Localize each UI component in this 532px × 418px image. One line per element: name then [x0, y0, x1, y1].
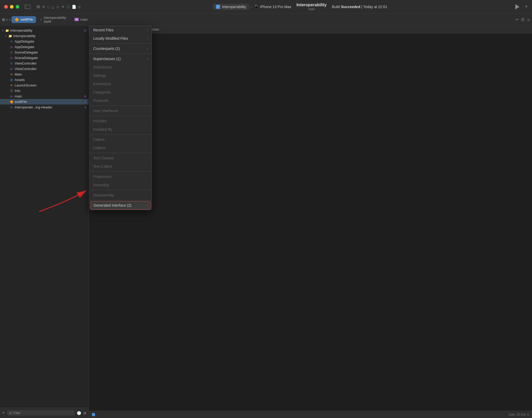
toolbar: ⊞ ‹ › 🔶 swiftFile h Interoperability-Swi…	[0, 14, 532, 26]
menu-item-protocols: Protocols	[90, 96, 152, 105]
tree-item-appdelegate-m[interactable]: m AppDelegate	[0, 44, 88, 50]
tree-root-interoperability[interactable]: ▾ 📁 Interoperability M	[0, 28, 88, 33]
menu-item-callees: Callees	[90, 144, 152, 152]
h-file-icon-2: h	[9, 51, 14, 54]
filter-area[interactable]: ⊟ Filter	[7, 410, 75, 416]
m-file-icon-3: m	[9, 67, 14, 71]
tree-item-scenedelegate-m[interactable]: m SceneDelegate	[0, 55, 88, 61]
menu-item-subclasses: Subclasses	[90, 63, 152, 71]
code-editor[interactable]: ift ility le: NSObject { func hello() { …	[89, 33, 532, 411]
superclasses-label: Superclasses (1)	[93, 57, 121, 61]
tree-item-scenedelegate-h[interactable]: h SceneDelegate	[0, 50, 88, 55]
tree-item-launchscreen[interactable]: ✕ LaunchScreen	[0, 83, 88, 88]
tree-item-viewcontroller-m[interactable]: m ViewController	[0, 66, 88, 72]
plist-icon: ☰	[9, 89, 14, 93]
tree-item-info[interactable]: ☰ Info	[0, 88, 88, 94]
toolbar-icon-split[interactable]: ⊏	[78, 5, 81, 9]
root-label: Interoperability	[10, 28, 82, 32]
tree-item-viewcontroller-h[interactable]: h ViewController	[0, 61, 88, 66]
separator-7	[90, 171, 152, 172]
code-line-4	[94, 56, 527, 63]
locally-modified-arrow: ›	[147, 37, 148, 40]
menu-item-siblings: Siblings	[90, 71, 152, 80]
tree-item-swiftfile[interactable]: 🔶 swiftFile A	[0, 99, 88, 104]
viewcontroller-h-label: ViewController	[15, 61, 86, 65]
assets-icon: ⊞	[9, 78, 14, 82]
scheme-name: Interoperability	[222, 5, 246, 9]
nav-back-button[interactable]: ‹	[6, 16, 8, 23]
tree-item-bridging-header[interactable]: h Interoperabi...ing-Header A	[0, 104, 88, 110]
title-bar-left: ⊞ ✕ □ △ ◇ ✦ ⬡ 📄 ⊏	[4, 4, 93, 9]
separator-3	[90, 106, 152, 106]
m-file-icon: m	[9, 45, 14, 49]
project-name: Interoperability	[297, 3, 327, 7]
menu-item-locally-modified[interactable]: Locally Modified Files ›	[90, 34, 152, 43]
menu-item-superclasses[interactable]: Superclasses (1) ›	[90, 55, 152, 63]
siblings-label: Siblings	[93, 73, 106, 78]
menu-item-test-callers: Test Callers	[90, 162, 152, 171]
group-chevron-icon: ▾	[5, 35, 7, 37]
tree-item-main-m[interactable]: m main M	[0, 94, 88, 99]
code-line-3	[94, 50, 527, 56]
menu-item-test-classes: Test Classes	[90, 154, 152, 162]
close-button[interactable]	[4, 5, 8, 9]
xib-icon: ✕	[9, 73, 14, 76]
tree-group-interoperability[interactable]: ▾ 📁 Interoperability	[0, 33, 88, 39]
scenedelegate-h-label: SceneDelegate	[15, 50, 86, 54]
categories-label: Categories	[93, 90, 111, 94]
swift-file-tab[interactable]: h Interoperability-Swift	[37, 14, 70, 25]
toolbar-icon-grid[interactable]: ⊞	[37, 4, 40, 9]
scheme-device-area: I Interoperability › 📱 iPhone 13 Pro Max	[213, 4, 291, 10]
menu-item-includes: Includes	[90, 117, 152, 125]
code-line-8: ello?")	[94, 82, 527, 88]
nav-forward-button[interactable]: ›	[9, 16, 10, 23]
add-file-button[interactable]: +	[2, 410, 5, 416]
tree-item-assets[interactable]: ⊞ Assets	[0, 77, 88, 83]
run-icon	[515, 4, 519, 9]
clock-icon[interactable]: 🕐	[77, 411, 81, 415]
menu-item-counterparts[interactable]: Counterparts (2) ›	[90, 44, 152, 53]
inspector-icon[interactable]: ↩	[516, 17, 519, 22]
toolbar-icon-square[interactable]: □	[47, 5, 49, 9]
inspector-panel-icon[interactable]: ⊐	[527, 17, 530, 22]
toolbar-icon-diamond[interactable]: ◇	[56, 5, 59, 9]
menu-item-generated-interface[interactable]: Generated Interface (2) ›	[91, 201, 151, 210]
run-button[interactable]	[513, 3, 522, 11]
menu-item-included-by: Included By	[90, 125, 152, 133]
tree-item-main-xib[interactable]: ✕ Main	[0, 72, 88, 77]
toolbar-icon-tag[interactable]: ⬡	[67, 5, 70, 9]
sidebar-footer: + ⊟ Filter 🕐 ⊞	[0, 408, 88, 418]
grid-layout-button[interactable]: ⊞	[2, 16, 5, 23]
options-icon[interactable]: ⊞	[83, 411, 86, 415]
toolbar-icon-close[interactable]: ✕	[42, 5, 45, 9]
toolbar-icon-doc[interactable]: 📄	[72, 5, 76, 9]
bridging-header-label: Interoperabi...ing-Header	[15, 105, 82, 109]
scheme-selector[interactable]: I Interoperability	[213, 4, 249, 10]
fullscreen-button[interactable]	[16, 5, 19, 9]
breadcrumb-bar: Interoperability › 🔶 swiftFile › No Sele…	[89, 26, 532, 33]
add-button[interactable]: +	[525, 4, 528, 10]
minimize-button[interactable]	[10, 5, 14, 9]
layout-split-icon[interactable]: ⊟	[521, 17, 524, 22]
menu-item-recent-files[interactable]: Recent Files ›	[90, 26, 152, 34]
toolbar-icon-warn[interactable]: △	[51, 5, 54, 9]
includes-label: Includes	[93, 119, 107, 123]
generated-interface-arrow: ›	[147, 204, 148, 207]
tree-item-appdelegate-h[interactable]: h AppDelegate	[0, 39, 88, 44]
title-bar: ⊞ ✕ □ △ ◇ ✦ ⬡ 📄 ⊏ I Interoperability › 📱…	[0, 0, 532, 14]
generated-interface-label: Generated Interface (2)	[93, 203, 132, 207]
user-interfaces-label: User Interfaces	[93, 109, 118, 113]
bridging-header-badge: A	[85, 106, 86, 109]
scheme-icon: I	[216, 5, 220, 9]
active-file-tab[interactable]: 🔶 swiftFile	[11, 16, 36, 23]
main-file-tab[interactable]: m main	[71, 16, 91, 23]
assembly-label: Assembly	[93, 183, 109, 187]
toolbar-icon-git[interactable]: ✦	[61, 5, 64, 9]
sidebar-toggle[interactable]	[25, 5, 30, 9]
project-title-area: Interoperability main	[297, 3, 327, 11]
separator-6	[90, 153, 152, 153]
m-badge-tab: m	[74, 18, 79, 21]
breadcrumb-separator: ›	[251, 5, 252, 9]
status-indicator	[92, 413, 95, 416]
recent-files-label: Recent Files	[93, 28, 114, 32]
